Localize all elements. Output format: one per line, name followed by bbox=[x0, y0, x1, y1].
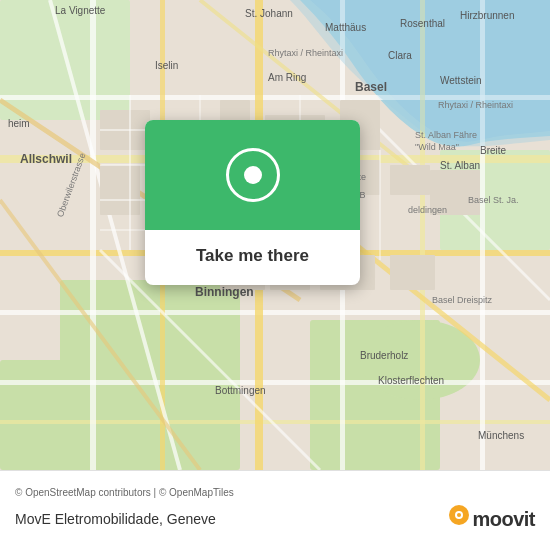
svg-rect-36 bbox=[430, 170, 480, 215]
svg-rect-40 bbox=[390, 255, 435, 290]
attribution-text: © OpenStreetMap contributors | © OpenMap… bbox=[15, 487, 535, 498]
svg-point-51 bbox=[457, 513, 461, 517]
card-button-area: Take me there bbox=[145, 230, 360, 285]
svg-rect-6 bbox=[0, 360, 100, 470]
brand-name: MovE Eletromobilidade, Geneve bbox=[15, 511, 216, 527]
brand-row: MovE Eletromobilidade, Geneve moovit bbox=[15, 504, 535, 534]
moovit-logo: moovit bbox=[448, 504, 535, 534]
moovit-text-label: moovit bbox=[472, 508, 535, 531]
card-header bbox=[145, 120, 360, 230]
svg-rect-32 bbox=[100, 165, 140, 215]
svg-rect-35 bbox=[390, 165, 430, 195]
map-container: La Vignette St. Johann Matthäus Rosentha… bbox=[0, 0, 550, 470]
location-card: Take me there bbox=[145, 120, 360, 285]
svg-rect-14 bbox=[90, 0, 96, 470]
take-me-there-button[interactable]: Take me there bbox=[188, 242, 317, 270]
location-pin-icon bbox=[226, 148, 280, 202]
moovit-pin-icon bbox=[448, 504, 470, 534]
svg-rect-12 bbox=[0, 380, 550, 385]
footer-bar: © OpenStreetMap contributors | © OpenMap… bbox=[0, 470, 550, 550]
